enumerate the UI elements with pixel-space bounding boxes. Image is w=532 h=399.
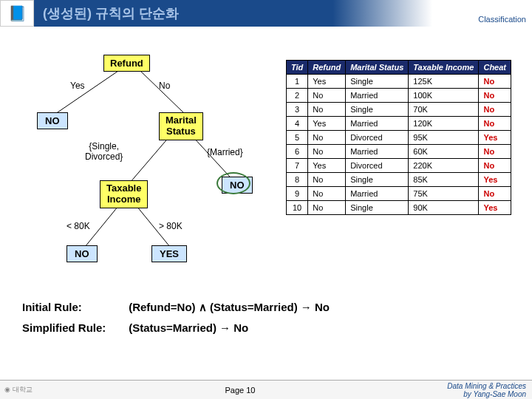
footer-credit-1: Data Mining & Practices [429,382,526,390]
th-cheat: Cheat [479,61,511,75]
table-cell: 100K [409,89,479,103]
svg-line-4 [85,206,118,247]
table-cell: Married [346,145,409,159]
table-cell: 3 [286,103,307,117]
edge-gt80k: > 80K [159,221,183,231]
footer-logo: ◉ 대학교 [0,385,52,395]
table-row: 4YesMarried120KNo [286,117,511,131]
table-cell: 120K [409,117,479,131]
table-cell: Yes [308,117,346,131]
table-cell: 2 [286,89,307,103]
table-cell: 1 [286,75,307,89]
table-cell: No [308,89,346,103]
table-cell: No [479,145,511,159]
table-cell: Single [346,103,409,117]
edge-lt80k: < 80K [66,221,90,231]
table-cell: No [479,103,511,117]
decision-tree: Refund Yes No NO Marital Status {Single,… [15,55,266,284]
edge-single-divorced: {Single, Divorced} [85,142,123,163]
rules-section: Initial Rule: (Refund=No) ∧ (Status=Marr… [22,301,330,341]
slide-content: Refund Yes No NO Marital Status {Single,… [0,27,532,366]
table-cell: Yes [479,173,511,187]
header-icon: 📘 [0,0,34,27]
slide-title: (생성된) 규칙의 단순화 [34,0,532,27]
edge-refund-yes: Yes [70,81,85,91]
table-cell: Married [346,187,409,201]
node-taxable: Taxable Income [100,180,148,208]
leaf-no-3: NO [66,245,98,262]
table-cell: No [479,159,511,173]
th-refund: Refund [308,61,346,75]
table-cell: No [308,103,346,117]
table-cell: 95K [409,131,479,145]
table-cell: 4 [286,117,307,131]
table-cell: Divorced [346,131,409,145]
leaf-no-1: NO [37,112,68,129]
table-cell: Yes [308,75,346,89]
table-cell: 5 [286,131,307,145]
node-refund: Refund [103,55,150,72]
table-cell: Married [346,89,409,103]
table-cell: 125K [409,75,479,89]
footer-credit: Data Mining & Practices by Yang-Sae Moon [429,382,532,398]
table-cell: No [479,117,511,131]
table-cell: Single [346,173,409,187]
table-cell: No [308,131,346,145]
initial-rule-text: (Refund=No) ∧ (Status=Married) → No [129,301,330,313]
table-cell: Single [346,75,409,89]
training-data-table: Tid Refund Marital Status Taxable Income… [286,60,511,215]
th-tid: Tid [286,61,307,75]
table-row: 9NoMarried75KNo [286,187,511,201]
table-cell: 10 [286,201,307,215]
table-cell: 7 [286,159,307,173]
table-header-row: Tid Refund Marital Status Taxable Income… [286,61,511,75]
table-cell: 8 [286,173,307,187]
simplified-rule-label: Simplified Rule: [22,321,126,334]
footer-page: Page 10 [52,386,429,395]
table-cell: No [308,201,346,215]
slide-header: 📘 (생성된) 규칙의 단순화 [0,0,532,27]
table-cell: Yes [479,131,511,145]
table-cell: 60K [409,145,479,159]
table-cell: 9 [286,187,307,201]
table-cell: 75K [409,187,479,201]
table-cell: 70K [409,103,479,117]
leaf-yes: YES [151,245,187,262]
th-marital: Marital Status [346,61,409,75]
node-marital: Marital Status [159,112,203,140]
table-cell: No [308,187,346,201]
table-row: 7YesDivorced220KNo [286,159,511,173]
table-cell: Married [346,117,409,131]
svg-line-1 [140,71,185,114]
table-row: 3NoSingle70KNo [286,103,511,117]
svg-line-0 [55,71,118,114]
edge-married: {Married} [207,147,243,157]
table-row: 1YesSingle125KNo [286,75,511,89]
table-cell: No [479,89,511,103]
simplified-rule-text: (Status=Married) → No [129,321,248,334]
edge-refund-no: No [159,81,170,91]
table-cell: No [479,75,511,89]
circle-highlight [216,172,250,194]
table-row: 6NoMarried60KNo [286,145,511,159]
table-cell: Yes [308,159,346,173]
th-income: Taxable Income [409,61,479,75]
table-cell: No [308,173,346,187]
table-row: 2NoMarried100KNo [286,89,511,103]
table-cell: No [479,187,511,201]
footer-credit-2: by Yang-Sae Moon [429,390,526,398]
table-cell: 90K [409,201,479,215]
table-cell: Yes [479,201,511,215]
table-row: 8NoSingle85KYes [286,173,511,187]
table-cell: Single [346,201,409,215]
table-cell: 220K [409,159,479,173]
table-cell: 6 [286,145,307,159]
table-cell: No [308,145,346,159]
table-row: 10NoSingle90KYes [286,201,511,215]
table-row: 5NoDivorced95KYes [286,131,511,145]
table-cell: Divorced [346,159,409,173]
header-category: Classification [478,15,526,24]
slide-footer: ◉ 대학교 Page 10 Data Mining & Practices by… [0,380,532,399]
table-cell: 85K [409,173,479,187]
initial-rule-label: Initial Rule: [22,301,126,313]
